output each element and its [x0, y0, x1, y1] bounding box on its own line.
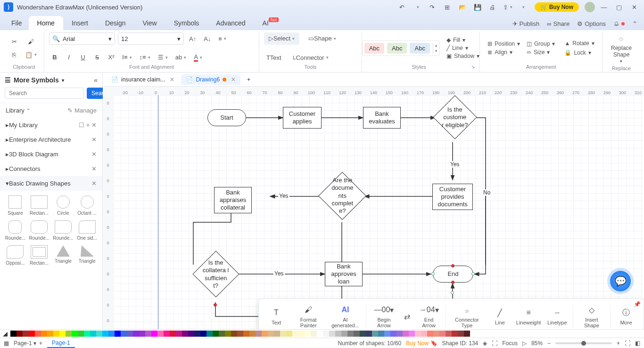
- tab-insert[interactable]: Insert: [63, 16, 97, 30]
- color-swatch[interactable]: [23, 331, 29, 337]
- options-button[interactable]: ⚙ Options: [577, 20, 606, 27]
- shape-rounded-2[interactable]: Rounde...: [28, 219, 51, 243]
- color-swatch[interactable]: [102, 331, 108, 337]
- style-up[interactable]: ▴: [435, 43, 438, 48]
- line-spacing-icon[interactable]: ↕≡: [137, 51, 153, 64]
- lib-3d-block[interactable]: ▸ 3D Block Diagram✕: [0, 147, 102, 162]
- collapse-sidebar-icon[interactable]: «: [94, 76, 98, 84]
- color-swatch[interactable]: [390, 331, 396, 337]
- buy-now-button[interactable]: 🛒 Buy Now: [535, 2, 579, 12]
- color-swatch[interactable]: [225, 331, 231, 337]
- new-icon[interactable]: ⊞: [441, 1, 454, 13]
- add-page-button[interactable]: +: [39, 340, 42, 347]
- print-icon[interactable]: 🖨: [487, 1, 499, 13]
- strikethrough-icon[interactable]: S̶: [91, 51, 103, 64]
- ft-insert-shape[interactable]: ◇Insert Shape: [575, 303, 609, 329]
- open-icon[interactable]: 📂: [456, 1, 469, 13]
- color-swatch[interactable]: [249, 331, 256, 337]
- color-swatch[interactable]: [213, 331, 219, 337]
- color-swatch[interactable]: [206, 331, 213, 337]
- lib-add-icon[interactable]: ☐: [79, 121, 84, 129]
- color-swatch[interactable]: [421, 331, 427, 337]
- lock-button[interactable]: 🔒 Lock▾: [564, 49, 594, 56]
- color-swatch[interactable]: [341, 331, 347, 337]
- minimize-icon[interactable]: —: [598, 1, 610, 13]
- ft-text[interactable]: TText: [263, 303, 290, 329]
- selection-handle[interactable]: [431, 272, 435, 275]
- color-swatch[interactable]: [10, 331, 17, 337]
- color-swatch[interactable]: [354, 331, 360, 337]
- color-swatch[interactable]: [433, 331, 439, 337]
- color-swatch[interactable]: [446, 331, 452, 337]
- shape-rect-inset[interactable]: Rectan...: [28, 243, 51, 267]
- lib-close-icon[interactable]: ✕: [91, 165, 97, 172]
- color-swatch[interactable]: [84, 331, 90, 337]
- color-swatch[interactable]: [182, 331, 188, 337]
- chat-bubble-icon[interactable]: 💬: [610, 271, 631, 291]
- color-swatch[interactable]: [372, 331, 378, 337]
- page-tab-1[interactable]: Page-1: [47, 339, 75, 348]
- add-tab-button[interactable]: +: [242, 74, 255, 85]
- color-swatch[interactable]: [305, 331, 311, 337]
- color-swatch[interactable]: [378, 331, 384, 337]
- color-swatch[interactable]: [409, 331, 415, 337]
- color-swatch[interactable]: [231, 331, 237, 337]
- font-family-combo[interactable]: 🔍 Arial▾: [49, 32, 115, 45]
- italic-icon[interactable]: I: [63, 51, 74, 64]
- tab-advanced[interactable]: Advanced: [207, 16, 254, 30]
- color-swatch[interactable]: [274, 331, 280, 337]
- ft-line[interactable]: ╱Line: [486, 303, 513, 329]
- shape-rounded-1[interactable]: Rounde...: [4, 219, 27, 243]
- share-button[interactable]: ∞ Share: [547, 20, 570, 27]
- position-button[interactable]: ⊞ Position▾: [487, 40, 520, 47]
- superscript-icon[interactable]: X²: [106, 51, 117, 64]
- tab-design[interactable]: Design: [97, 16, 134, 30]
- canvas[interactable]: Start Customer applies Bank evaluates Is…: [113, 95, 644, 329]
- color-swatch[interactable]: [311, 331, 317, 337]
- notifications-icon[interactable]: 🕭: [613, 20, 625, 27]
- page-list-icon[interactable]: ▦: [4, 340, 9, 347]
- color-swatch[interactable]: [237, 331, 243, 337]
- color-swatch[interactable]: [335, 331, 341, 337]
- lib-basic-shapes[interactable]: ▾ Basic Drawing Shapes✕: [0, 176, 102, 191]
- color-swatch[interactable]: [151, 331, 157, 337]
- shape-octant[interactable]: Octant ...: [75, 194, 99, 218]
- color-swatch[interactable]: [72, 331, 78, 337]
- save-icon[interactable]: 💾: [471, 1, 484, 13]
- ft-ai-generated[interactable]: AIAI generated...: [327, 303, 363, 329]
- tab-file[interactable]: File: [5, 16, 29, 30]
- avatar[interactable]: [585, 2, 595, 12]
- case-icon[interactable]: ab: [173, 51, 189, 64]
- selection-handle[interactable]: [451, 281, 454, 284]
- tab-home[interactable]: Home: [29, 16, 63, 30]
- lib-close-icon[interactable]: ✕: [91, 151, 97, 158]
- color-swatch[interactable]: [133, 331, 139, 337]
- align-text-icon[interactable]: ≡: [216, 32, 229, 45]
- tab-close-icon[interactable]: ✕: [170, 76, 174, 83]
- shape-square[interactable]: Square: [4, 194, 27, 218]
- shape-one-side[interactable]: One sid...: [75, 219, 99, 243]
- styles-launcher-icon[interactable]: ↘: [471, 64, 475, 70]
- color-swatch[interactable]: [366, 331, 372, 337]
- color-swatch[interactable]: [164, 331, 170, 337]
- ft-connector-type[interactable]: ⟓Connector Type: [447, 303, 486, 329]
- ft-format-painter[interactable]: 🖌Format Painter: [290, 303, 327, 329]
- ft-swap-icon[interactable]: ⇄: [400, 303, 414, 329]
- fit-icon[interactable]: ⛶: [492, 340, 497, 347]
- color-swatch[interactable]: [108, 331, 115, 337]
- tab-view[interactable]: View: [134, 16, 165, 30]
- publish-button[interactable]: ✈ Publish: [512, 20, 540, 27]
- panels-icon[interactable]: ◧: [635, 340, 640, 347]
- color-swatch[interactable]: [280, 331, 286, 337]
- color-swatch[interactable]: [17, 331, 23, 337]
- color-swatch[interactable]: [427, 331, 433, 337]
- color-swatch[interactable]: [329, 331, 335, 337]
- color-swatch[interactable]: [219, 331, 225, 337]
- color-swatch[interactable]: [41, 331, 47, 337]
- color-swatch[interactable]: [157, 331, 164, 337]
- collapse-ribbon-icon[interactable]: ⌃: [632, 20, 637, 27]
- layers-icon[interactable]: ◈: [483, 340, 487, 347]
- zoom-in-icon[interactable]: +: [617, 340, 620, 347]
- color-swatch[interactable]: [452, 331, 458, 337]
- lib-enterprise[interactable]: ▸ Enterprise Architecture✕: [0, 132, 102, 147]
